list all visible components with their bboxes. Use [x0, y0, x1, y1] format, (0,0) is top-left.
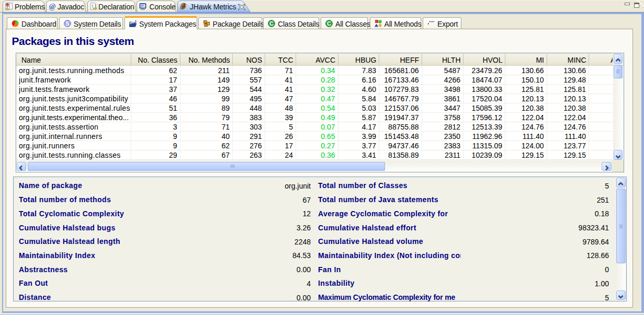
svg-text:S: S — [65, 20, 69, 27]
svg-text:J: J — [134, 20, 136, 24]
svg-text:@: @ — [49, 3, 55, 10]
svg-text:C: C — [269, 20, 274, 27]
svg-text:C: C — [327, 20, 331, 27]
